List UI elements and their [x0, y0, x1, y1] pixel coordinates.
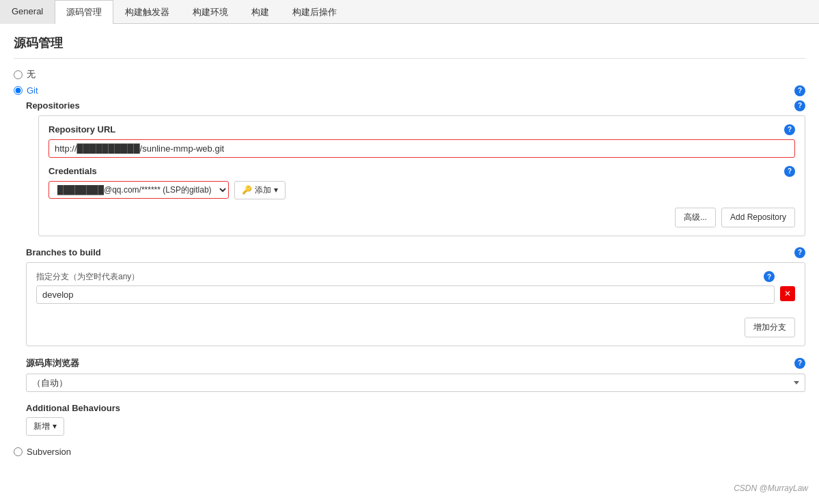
- radio-none-label: 无: [27, 68, 36, 81]
- add-branch-button[interactable]: 增加分支: [745, 318, 795, 337]
- repo-url-input[interactable]: [48, 139, 795, 158]
- radio-svn-input[interactable]: [14, 447, 23, 456]
- tab-bar: General 源码管理 构建触发器 构建环境 构建 构建后操作: [0, 0, 819, 24]
- advanced-button[interactable]: 高级...: [675, 208, 716, 227]
- main-content: 源码管理 无 Git ? Repositories ? Repository U…: [0, 24, 819, 504]
- branch-field-wrapper: 指定分支（为空时代表any） ?: [36, 271, 775, 304]
- radio-none-input[interactable]: [14, 70, 23, 79]
- repo-url-help-icon[interactable]: ?: [784, 124, 795, 135]
- radio-git-label: Git: [27, 85, 38, 96]
- repo-url-label: Repository URL ?: [48, 124, 795, 135]
- tab-build-env[interactable]: 构建环境: [181, 0, 240, 24]
- new-dropdown-arrow: ▾: [53, 421, 57, 431]
- branch-help-icon[interactable]: ?: [764, 271, 775, 282]
- source-browser-header: 源码库浏览器 ?: [26, 357, 805, 369]
- action-buttons: 高级... Add Repository: [48, 208, 795, 227]
- additional-behaviours-label: Additional Behaviours: [26, 403, 805, 413]
- branches-help-icon[interactable]: ?: [794, 247, 805, 258]
- radio-git-input[interactable]: [14, 86, 23, 95]
- radio-git[interactable]: Git ?: [14, 85, 805, 96]
- source-browser-label: 源码库浏览器: [26, 357, 79, 369]
- add-repository-button[interactable]: Add Repository: [721, 208, 795, 227]
- key-icon: 🔑: [242, 185, 252, 195]
- radio-svn-label: Subversion: [27, 447, 71, 457]
- page-title: 源码管理: [14, 35, 805, 59]
- git-help-icon[interactable]: ?: [794, 85, 805, 96]
- tab-source-mgmt[interactable]: 源码管理: [55, 0, 113, 24]
- source-browser-dropdown[interactable]: （自动）: [26, 374, 805, 392]
- credentials-label: Credentials ?: [48, 166, 795, 177]
- branch-field-label: 指定分支（为空时代表any） ?: [36, 271, 775, 283]
- credentials-dropdown[interactable]: ████████@qq.com/****** (LSP的gitlab): [48, 181, 229, 199]
- watermark: CSDN @MurrayLaw: [734, 484, 808, 493]
- delete-branch-button[interactable]: ✕: [780, 286, 795, 301]
- repositories-label: Repositories: [26, 100, 80, 111]
- repository-section: Repository URL ? Credentials ? ████████@…: [38, 115, 805, 236]
- branch-row: 指定分支（为空时代表any） ? ✕: [36, 271, 795, 304]
- source-browser-section: 源码库浏览器 ? （自动）: [26, 357, 805, 392]
- additional-behaviours-section: Additional Behaviours 新增 ▾: [26, 403, 805, 436]
- branches-section: 指定分支（为空时代表any） ? ✕ 增加分支: [26, 262, 805, 346]
- add-credentials-button[interactable]: 🔑 添加 ▾: [234, 181, 286, 199]
- tab-build[interactable]: 构建: [240, 0, 281, 24]
- credentials-help-icon[interactable]: ?: [784, 166, 795, 177]
- branch-input[interactable]: [36, 285, 775, 304]
- tab-build-trigger[interactable]: 构建触发器: [113, 0, 181, 24]
- repositories-help-icon[interactable]: ?: [794, 100, 805, 111]
- tab-post-build[interactable]: 构建后操作: [281, 0, 348, 24]
- tab-general[interactable]: General: [0, 0, 55, 24]
- branches-label: Branches to build: [26, 247, 101, 257]
- radio-none[interactable]: 无: [14, 68, 805, 81]
- add-dropdown-arrow: ▾: [274, 185, 278, 195]
- source-browser-help-icon[interactable]: ?: [794, 358, 805, 369]
- credentials-row: ████████@qq.com/****** (LSP的gitlab) 🔑 添加…: [48, 181, 795, 199]
- radio-subversion[interactable]: Subversion: [14, 447, 805, 457]
- new-behaviour-button[interactable]: 新增 ▾: [26, 417, 64, 436]
